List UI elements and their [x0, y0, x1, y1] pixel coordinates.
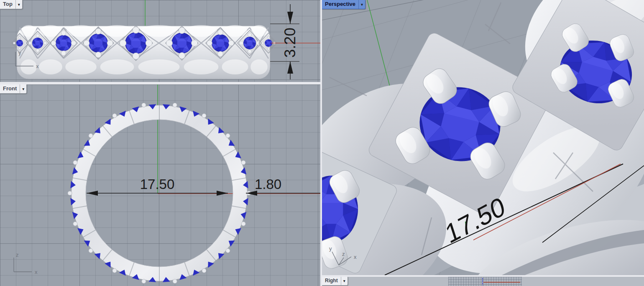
viewport-perspective[interactable]: 17.50 y z x Perspective ▾	[322, 0, 644, 275]
prong[interactable]	[166, 40, 173, 46]
dimension-band-thickness[interactable]: 1.80	[246, 176, 320, 196]
prong[interactable]	[173, 103, 177, 107]
gemstone[interactable]	[94, 127, 100, 133]
prong[interactable]	[267, 48, 269, 50]
prong[interactable]	[61, 51, 66, 55]
prong[interactable]	[18, 36, 20, 38]
viewport-tab-front-dropdown[interactable]: ▾	[20, 84, 26, 93]
prong[interactable]	[95, 28, 101, 34]
axis-label-y: y	[18, 50, 21, 56]
gemstone[interactable]	[218, 253, 225, 259]
axis-label-z: z	[16, 252, 19, 258]
front-view-canvas[interactable]: 17.50 1.80 z x	[0, 84, 320, 286]
prong[interactable]	[241, 222, 245, 226]
gemstone[interactable]	[89, 33, 108, 53]
prong[interactable]	[133, 53, 139, 59]
viewport-tab-right-label: Right	[322, 277, 341, 285]
prong[interactable]	[89, 249, 93, 253]
prong[interactable]	[84, 40, 89, 46]
gemstone[interactable]	[212, 34, 229, 52]
prong[interactable]	[71, 41, 76, 45]
gemstone[interactable]	[218, 127, 225, 133]
gemstone[interactable]	[56, 35, 72, 51]
prong[interactable]	[202, 114, 206, 118]
dimension-band-width-text[interactable]: 3.20	[281, 28, 299, 58]
prong[interactable]	[226, 249, 230, 253]
top-view-canvas[interactable]: 3.20 y x	[0, 0, 320, 82]
cplane-axis-icon: z x	[14, 252, 38, 275]
viewport-tab-front[interactable]: Front ▾	[0, 84, 27, 94]
prong[interactable]	[218, 51, 223, 57]
viewport-splitter-vertical[interactable]	[320, 0, 322, 286]
viewport-tab-front-label: Front	[0, 84, 20, 93]
viewport-tab-top[interactable]: Top ▾	[0, 0, 23, 9]
prong[interactable]	[192, 40, 198, 46]
prong[interactable]	[248, 33, 252, 37]
prong[interactable]	[207, 41, 212, 46]
prong[interactable]	[36, 34, 39, 37]
axis-label-x: x	[35, 269, 38, 275]
viewport-right[interactable]: Right ▾	[322, 277, 644, 286]
prong[interactable]	[267, 36, 269, 38]
axis-label-x: x	[36, 63, 39, 69]
gemstone[interactable]	[94, 253, 100, 259]
axis-label-x: x	[354, 254, 357, 260]
prong[interactable]	[73, 222, 77, 226]
prong[interactable]	[24, 42, 26, 44]
prong[interactable]	[43, 41, 47, 45]
prong[interactable]	[112, 114, 117, 118]
gemstone[interactable]	[32, 38, 43, 49]
gemstone[interactable]	[171, 33, 192, 54]
prong[interactable]	[13, 42, 15, 44]
dimension-band-thickness-text[interactable]: 1.80	[255, 176, 281, 192]
prong[interactable]	[142, 103, 146, 107]
prong[interactable]	[179, 53, 185, 59]
dimension-inner-diameter-text[interactable]: 17.50	[140, 176, 175, 192]
dimension-inner-diameter[interactable]: 17.50	[87, 176, 228, 196]
viewport-tab-right[interactable]: Right ▾	[322, 277, 348, 286]
prong[interactable]	[241, 161, 245, 165]
viewport-front[interactable]: 17.50 1.80 z x Front ▾	[0, 84, 320, 286]
viewport-tab-top-label: Top	[0, 0, 15, 9]
gemstone[interactable]	[125, 32, 147, 54]
prong[interactable]	[173, 279, 177, 283]
prong[interactable]	[146, 40, 152, 46]
prong[interactable]	[89, 133, 93, 138]
ring-band-top-view[interactable]	[10, 25, 278, 79]
prong[interactable]	[229, 41, 234, 46]
prong[interactable]	[133, 27, 139, 33]
prong[interactable]	[51, 41, 56, 45]
prong[interactable]	[179, 28, 185, 34]
gemstone[interactable]	[243, 37, 256, 49]
prong[interactable]	[261, 42, 263, 44]
right-view-grid	[448, 277, 522, 286]
gemstone[interactable]	[16, 40, 23, 46]
prong[interactable]	[61, 31, 66, 35]
chevron-down-icon: ▾	[18, 3, 20, 7]
perspective-view-canvas[interactable]: 17.50 y z x	[322, 0, 644, 275]
prong[interactable]	[112, 268, 117, 273]
prong[interactable]	[107, 40, 113, 46]
prong[interactable]	[28, 41, 32, 45]
viewport-splitter-horizontal-right[interactable]	[322, 275, 644, 277]
chevron-down-icon: ▾	[343, 279, 345, 283]
prong[interactable]	[120, 40, 126, 46]
viewport-splitter-horizontal[interactable]	[0, 82, 320, 84]
prong[interactable]	[68, 191, 72, 195]
prong[interactable]	[18, 47, 20, 49]
viewport-tab-perspective[interactable]: Perspective ▾	[322, 0, 365, 9]
prong[interactable]	[226, 133, 230, 138]
viewport-top[interactable]: 3.20 y x Top ▾	[0, 0, 320, 82]
prong[interactable]	[218, 30, 223, 35]
prong[interactable]	[95, 52, 101, 58]
prong[interactable]	[36, 49, 39, 52]
viewport-tab-right-dropdown[interactable]: ▾	[341, 277, 348, 285]
viewport-tab-perspective-dropdown[interactable]: ▾	[358, 0, 365, 9]
prong[interactable]	[248, 50, 252, 54]
prong[interactable]	[142, 279, 146, 283]
prong[interactable]	[202, 268, 206, 273]
viewport-tab-top-dropdown[interactable]: ▾	[15, 0, 22, 9]
prong[interactable]	[73, 161, 77, 165]
construction-line-red	[483, 282, 520, 283]
prong[interactable]	[240, 41, 243, 45]
